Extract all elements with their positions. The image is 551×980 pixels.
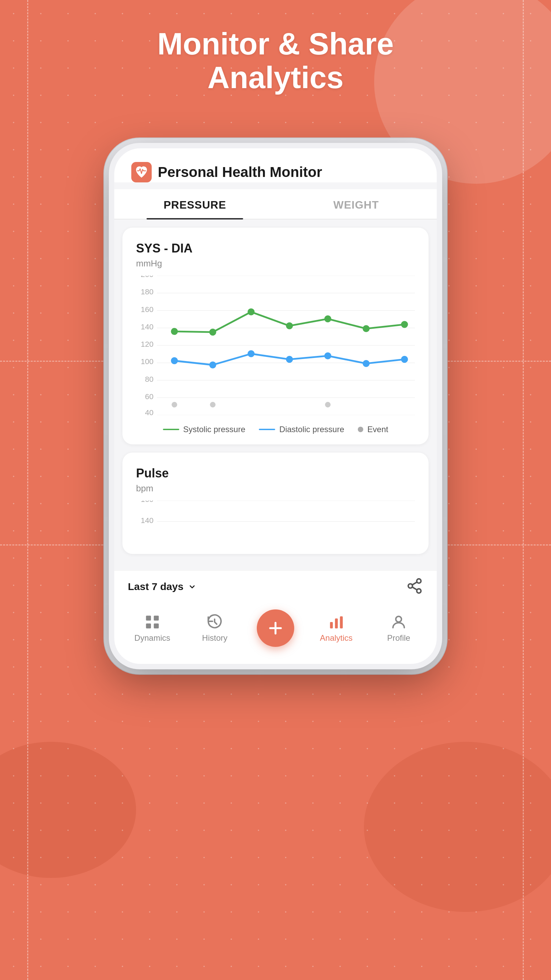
legend-diastolic: Diastolic pressure bbox=[259, 425, 344, 434]
dashed-line-v1 bbox=[27, 0, 28, 980]
period-row: Last 7 days bbox=[114, 570, 437, 603]
svg-line-51 bbox=[412, 582, 417, 585]
legend-event: Event bbox=[358, 425, 388, 434]
svg-point-25 bbox=[401, 321, 408, 328]
svg-rect-53 bbox=[154, 616, 159, 620]
svg-point-33 bbox=[172, 402, 177, 407]
legend-systolic-line bbox=[163, 429, 179, 430]
app-logo-icon bbox=[131, 162, 152, 182]
svg-point-48 bbox=[408, 584, 413, 588]
svg-text:140: 140 bbox=[141, 323, 154, 331]
sysdia-svg: 200 180 160 140 120 100 80 bbox=[136, 275, 415, 415]
legend-systolic-label: Systolic pressure bbox=[183, 425, 246, 434]
share-button[interactable] bbox=[406, 578, 423, 596]
pulse-title: Pulse bbox=[136, 466, 415, 480]
tab-weight[interactable]: WEIGHT bbox=[275, 189, 437, 219]
svg-rect-58 bbox=[330, 622, 333, 628]
nav-add-button[interactable] bbox=[257, 609, 294, 647]
content-area: SYS - DIA mmHg 200 180 160 140 bbox=[114, 220, 437, 570]
sysdia-unit: mmHg bbox=[136, 258, 415, 269]
nav-item-profile[interactable]: Profile bbox=[378, 614, 419, 643]
svg-point-28 bbox=[248, 350, 255, 357]
pulse-unit: bpm bbox=[136, 483, 415, 494]
sysdia-chart-card: SYS - DIA mmHg 200 180 160 140 bbox=[122, 228, 429, 444]
svg-rect-54 bbox=[146, 624, 151, 628]
sysdia-title: SYS - DIA bbox=[136, 241, 415, 256]
svg-point-20 bbox=[209, 329, 216, 336]
chart-legend: Systolic pressure Diastolic pressure Eve… bbox=[136, 425, 415, 434]
period-label: Last 7 days bbox=[128, 581, 183, 592]
share-icon bbox=[406, 578, 423, 595]
svg-point-61 bbox=[396, 616, 402, 622]
svg-rect-60 bbox=[340, 616, 343, 628]
svg-point-32 bbox=[401, 356, 408, 363]
phone-mockup: Personal Health Monitor PRESSURE WEIGHT … bbox=[109, 143, 442, 669]
svg-point-22 bbox=[286, 322, 293, 329]
dashed-line-v2 bbox=[523, 0, 524, 980]
svg-text:120: 120 bbox=[141, 340, 154, 348]
pulse-chart-card: Pulse bpm 160 140 bbox=[122, 453, 429, 554]
svg-text:160: 160 bbox=[141, 501, 154, 504]
svg-point-35 bbox=[325, 402, 330, 407]
svg-text:200: 200 bbox=[141, 275, 154, 279]
svg-point-24 bbox=[362, 325, 370, 332]
nav-item-analytics[interactable]: Analytics bbox=[316, 614, 357, 643]
person-icon bbox=[390, 614, 407, 630]
svg-text:180: 180 bbox=[141, 288, 154, 296]
bar-chart-icon bbox=[328, 614, 345, 630]
svg-point-23 bbox=[324, 315, 332, 323]
legend-diastolic-line bbox=[259, 429, 275, 430]
nav-history-label: History bbox=[202, 633, 227, 643]
bottom-nav: Dynamics History bbox=[114, 603, 437, 664]
sysdia-chart: 200 180 160 140 120 100 80 bbox=[136, 275, 415, 417]
bg-blob-bottom-left bbox=[0, 742, 136, 878]
svg-point-49 bbox=[417, 589, 421, 593]
svg-point-29 bbox=[286, 356, 293, 363]
svg-point-47 bbox=[417, 579, 421, 583]
svg-point-31 bbox=[362, 360, 370, 367]
svg-point-26 bbox=[171, 357, 178, 364]
nav-profile-label: Profile bbox=[387, 633, 410, 643]
period-selector[interactable]: Last 7 days bbox=[128, 581, 197, 592]
svg-text:100: 100 bbox=[141, 357, 154, 366]
nav-analytics-label: Analytics bbox=[320, 633, 353, 643]
svg-point-21 bbox=[248, 308, 255, 315]
nav-item-history[interactable]: History bbox=[194, 614, 235, 643]
svg-rect-59 bbox=[335, 619, 337, 628]
svg-line-50 bbox=[412, 587, 417, 590]
plus-icon bbox=[266, 619, 285, 637]
chevron-down-icon bbox=[187, 582, 197, 592]
svg-text:140: 140 bbox=[141, 516, 154, 525]
page-heading: Monitor & Share Analytics bbox=[0, 27, 551, 95]
tabs-bar: PRESSURE WEIGHT bbox=[114, 189, 437, 220]
heading-line1: Monitor & Share bbox=[0, 27, 551, 61]
legend-systolic: Systolic pressure bbox=[163, 425, 246, 434]
heading-line2: Analytics bbox=[0, 61, 551, 95]
svg-point-34 bbox=[210, 402, 215, 407]
app-title: Personal Health Monitor bbox=[158, 164, 322, 180]
svg-point-19 bbox=[171, 328, 178, 335]
svg-text:80: 80 bbox=[145, 375, 153, 383]
grid-icon bbox=[144, 614, 161, 630]
svg-text:40: 40 bbox=[145, 408, 153, 415]
legend-event-label: Event bbox=[367, 425, 388, 434]
svg-point-27 bbox=[209, 361, 216, 369]
history-icon bbox=[206, 614, 223, 630]
svg-point-30 bbox=[324, 353, 332, 360]
legend-diastolic-label: Diastolic pressure bbox=[279, 425, 344, 434]
pulse-svg: 160 140 bbox=[136, 501, 415, 542]
tab-pressure[interactable]: PRESSURE bbox=[114, 189, 275, 219]
legend-event-dot bbox=[358, 427, 363, 432]
svg-rect-52 bbox=[146, 616, 151, 620]
svg-rect-55 bbox=[154, 624, 159, 628]
svg-text:60: 60 bbox=[145, 392, 153, 401]
nav-item-dynamics[interactable]: Dynamics bbox=[132, 614, 173, 643]
phone-screen: Personal Health Monitor PRESSURE WEIGHT … bbox=[114, 148, 437, 664]
svg-text:160: 160 bbox=[141, 305, 154, 314]
nav-dynamics-label: Dynamics bbox=[134, 633, 170, 643]
app-header: Personal Health Monitor bbox=[114, 148, 437, 182]
